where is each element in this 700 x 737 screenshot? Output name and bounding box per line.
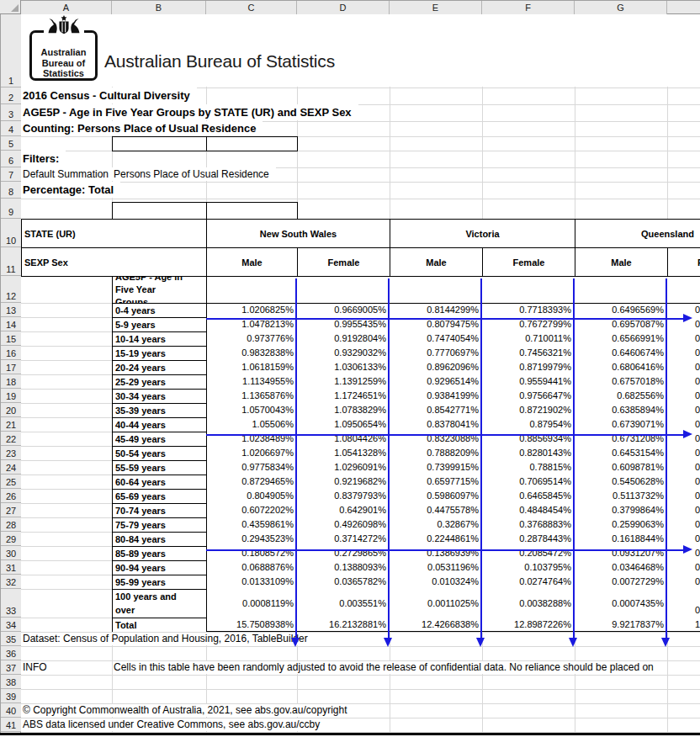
value-cell[interactable]: 0.6460674% — [575, 346, 667, 360]
value-cell[interactable]: 0.0072729% — [575, 575, 667, 589]
value-cell-clipped[interactable]: 0. — [695, 331, 700, 346]
row-header-28[interactable]: 28 — [1, 517, 21, 532]
empty-filter-cells-row9[interactable] — [112, 202, 298, 220]
row-header-40[interactable]: 40 — [1, 703, 21, 718]
row-header-33[interactable]: 33 — [1, 589, 21, 618]
value-cell[interactable]: 0.0007435% — [575, 589, 667, 618]
value-cell-clipped[interactable]: 0. — [695, 489, 700, 503]
value-cell[interactable]: 0.0931207% — [575, 546, 667, 560]
value-cell[interactable]: 0.9329032% — [298, 346, 390, 360]
cell-b7-summation-value[interactable]: Persons Place of Usual Residence — [112, 167, 276, 181]
value-cell[interactable]: 12.4266838% — [390, 618, 482, 632]
row-header-34[interactable]: 34 — [1, 618, 21, 632]
state-ur-header-cell[interactable]: STATE (UR) — [22, 220, 209, 247]
row-header-29[interactable]: 29 — [1, 532, 21, 546]
cell-b37-info-text[interactable]: Cells in this table have been randomly a… — [114, 661, 654, 674]
value-cell[interactable]: 0.2729865% — [298, 546, 390, 560]
state-header-queensland[interactable]: Queensland — [575, 219, 700, 248]
age5p-label-cell[interactable]: AGE5P - Age in Five Year Groups — [112, 276, 207, 304]
cell-a4-counting[interactable]: Counting: Persons Place of Usual Residen… — [21, 121, 262, 135]
value-cell[interactable]: 0.2943523% — [207, 532, 297, 546]
row-header-38[interactable]: 38 — [1, 675, 21, 689]
age-label-cell[interactable]: 0-4 years — [112, 303, 207, 317]
select-all-corner[interactable] — [0, 0, 21, 14]
value-cell[interactable]: 0.7399915% — [390, 460, 482, 475]
value-cell[interactable]: 0.9775834% — [207, 460, 297, 475]
value-cell-clipped[interactable]: 0. — [695, 389, 700, 403]
age-label-cell[interactable]: 85-89 years — [112, 546, 207, 560]
cell-a35-dataset[interactable]: Dataset: Census of Population and Housin… — [21, 633, 313, 645]
sex-header-female[interactable]: Female — [297, 247, 390, 277]
value-cell[interactable]: 0.5450628% — [575, 475, 667, 489]
age-label-cell[interactable]: 40-44 years — [112, 417, 207, 432]
row-header-21[interactable]: 21 — [1, 417, 21, 432]
value-cell[interactable]: 0.0038288% — [483, 589, 575, 618]
row-header-35[interactable]: 35 — [1, 632, 21, 646]
value-cell[interactable]: 0.0011025% — [390, 589, 482, 618]
cell-a40-copyright[interactable]: © Copyright Commonwealth of Australia, 2… — [21, 704, 353, 717]
value-cell[interactable]: 0.4475578% — [390, 503, 482, 517]
value-cell-clipped[interactable]: 0. — [695, 475, 700, 489]
age-label-cell[interactable]: 5-9 years — [112, 317, 207, 331]
value-cell[interactable]: 0.2085472% — [483, 546, 575, 560]
value-cell-clipped[interactable]: 0. — [695, 532, 700, 546]
row-header-32[interactable]: 32 — [1, 575, 21, 589]
value-cell[interactable]: 1.0206697% — [207, 446, 297, 460]
value-cell[interactable]: 1.0541328% — [298, 446, 390, 460]
row-header-9[interactable]: 9 — [1, 199, 21, 219]
age-label-cell[interactable]: 65-69 years — [112, 489, 207, 503]
row-header-8[interactable]: 8 — [1, 182, 21, 199]
row-header-23[interactable]: 23 — [1, 446, 21, 460]
value-cell[interactable]: 1.1391259% — [298, 374, 390, 389]
column-header-C[interactable]: C — [206, 1, 297, 14]
value-cell[interactable]: 0.9384199% — [390, 389, 482, 403]
value-cell[interactable]: 0.7474054% — [390, 331, 482, 346]
row-header-3[interactable]: 3 — [1, 104, 21, 121]
value-cell[interactable]: 0.8378041% — [390, 417, 482, 432]
column-header-F[interactable]: F — [482, 1, 575, 14]
cell-a2-census-title[interactable]: 2016 Census - Cultural Diversity — [21, 87, 197, 103]
sex-header-male[interactable]: Male — [390, 247, 483, 277]
value-cell-clipped[interactable]: 0. — [695, 575, 700, 589]
value-cell[interactable]: 0.0346468% — [575, 560, 667, 575]
value-cell[interactable]: 0.4926098% — [298, 517, 390, 532]
row-header-36[interactable]: 36 — [1, 646, 21, 660]
value-cell[interactable]: 1.1134955% — [207, 374, 297, 389]
age-label-cell[interactable]: 60-64 years — [112, 475, 207, 489]
row-header-27[interactable]: 27 — [1, 503, 21, 517]
value-cell[interactable]: 1.0783829% — [298, 403, 390, 417]
value-cell[interactable]: 0.9756647% — [483, 389, 575, 403]
value-cell[interactable]: 0.9669005% — [298, 303, 390, 317]
cell-a6-filters-label[interactable]: Filters: — [21, 151, 66, 167]
value-cell[interactable]: 0.9832838% — [207, 346, 297, 360]
value-cell[interactable]: 0.6453154% — [575, 446, 667, 460]
value-cell[interactable]: 0.4848454% — [483, 503, 575, 517]
row-header-18[interactable]: 18 — [1, 374, 21, 389]
age-label-cell[interactable]: 15-19 years — [112, 346, 207, 360]
age-label-cell[interactable]: Total — [112, 618, 207, 632]
row-header-5[interactable]: 5 — [1, 136, 21, 151]
value-cell[interactable]: 0.7456321% — [483, 346, 575, 360]
value-cell-clipped[interactable]: 0. — [695, 503, 700, 517]
value-cell[interactable]: 12.8987226% — [483, 618, 575, 632]
value-cell[interactable]: 0.9219682% — [298, 475, 390, 489]
age-label-cell[interactable]: 55-59 years — [112, 460, 207, 475]
value-cell[interactable]: 1.0206825% — [207, 303, 297, 317]
row-header-4[interactable]: 4 — [1, 121, 21, 136]
value-cell[interactable]: 9.9217837% — [575, 618, 667, 632]
row-header-41[interactable]: 41 — [1, 718, 21, 732]
row-header-22[interactable]: 22 — [1, 432, 21, 446]
value-cell-clipped[interactable]: 0. — [695, 360, 700, 374]
row-header-31[interactable]: 31 — [1, 560, 21, 575]
state-header-victoria[interactable]: Victoria — [390, 219, 575, 248]
age-label-cell[interactable]: 75-79 years — [112, 517, 207, 532]
value-cell[interactable]: 0.1386939% — [390, 546, 482, 560]
column-header-A[interactable]: A — [21, 1, 112, 14]
value-cell[interactable]: 0.3714272% — [298, 532, 390, 546]
column-header-G[interactable]: G — [575, 1, 667, 14]
value-cell[interactable]: 0.3768883% — [483, 517, 575, 532]
value-cell[interactable]: 0.6597715% — [390, 475, 482, 489]
age-label-cell[interactable]: 70-74 years — [112, 503, 207, 517]
value-cell[interactable]: 1.1365876% — [207, 389, 297, 403]
value-cell[interactable]: 0.0008119% — [207, 589, 297, 618]
